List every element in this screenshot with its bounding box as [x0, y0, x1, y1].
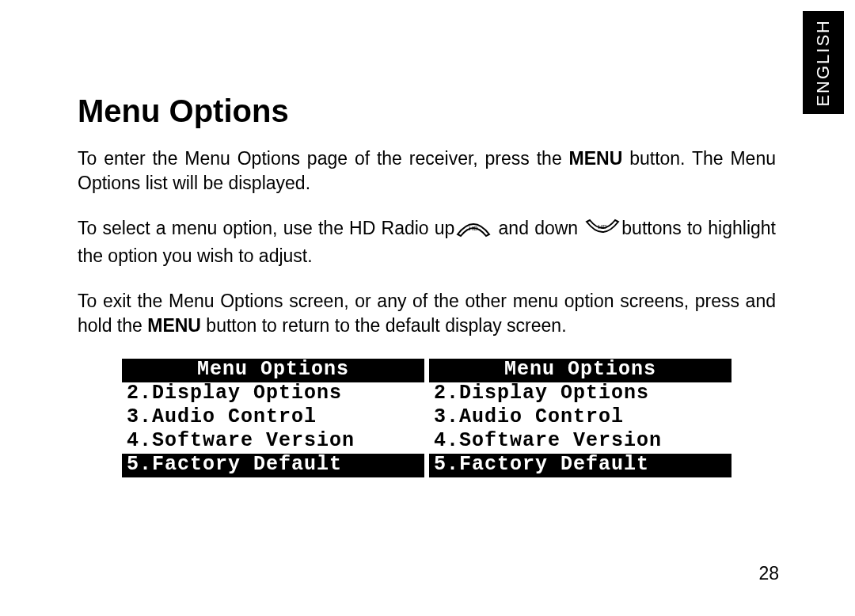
lcd-left-row-3: 4.Software Version [122, 430, 424, 454]
page-title: Menu Options [78, 93, 776, 129]
p3-post: button to return to the default display … [201, 315, 567, 336]
hd-down-icon: HD [583, 219, 621, 244]
paragraph-3: To exit the Menu Options screen, or any … [78, 289, 776, 338]
page-number: 28 [758, 563, 779, 584]
page-content: Menu Options To enter the Menu Options p… [78, 93, 776, 477]
lcd-left-row-2: 3.Audio Control [122, 406, 424, 430]
lcd-right-row-3: 4.Software Version [429, 430, 732, 454]
lcd-right-row-2: 3.Audio Control [429, 406, 732, 430]
p1-pre: To enter the Menu Options page of the re… [78, 148, 569, 169]
paragraph-1: To enter the Menu Options page of the re… [78, 146, 776, 196]
lcd-left-header: Menu Options [122, 359, 424, 382]
paragraph-2: To select a menu option, use the HD Radi… [78, 216, 776, 268]
language-tab: ENGLISH [803, 11, 844, 114]
p3-bold: MENU [147, 315, 201, 336]
lcd-screen-left: Menu Options 2.Display Options 3.Audio C… [122, 359, 424, 477]
lcd-left-row-1: 2.Display Options [122, 382, 424, 406]
p2-pre: To select a menu option, use the HD Radi… [78, 218, 454, 238]
p2-mid: and down [492, 218, 583, 238]
lcd-left-row-4: 5.Factory Default [122, 454, 424, 477]
svg-text:HD: HD [598, 223, 608, 230]
manual-page: ENGLISH Menu Options To enter the Menu O… [0, 0, 855, 616]
lcd-screen-right: Menu Options 2.Display Options 3.Audio C… [429, 359, 732, 477]
p1-bold: MENU [569, 148, 623, 169]
lcd-right-row-1: 2.Display Options [429, 382, 732, 406]
svg-text:HD: HD [469, 225, 479, 232]
hd-up-icon: HD [454, 219, 492, 244]
lcd-screens-row: Menu Options 2.Display Options 3.Audio C… [78, 359, 776, 477]
lcd-right-row-4: 5.Factory Default [429, 454, 732, 477]
language-tab-label: ENGLISH [813, 19, 834, 107]
lcd-right-header: Menu Options [429, 359, 732, 382]
